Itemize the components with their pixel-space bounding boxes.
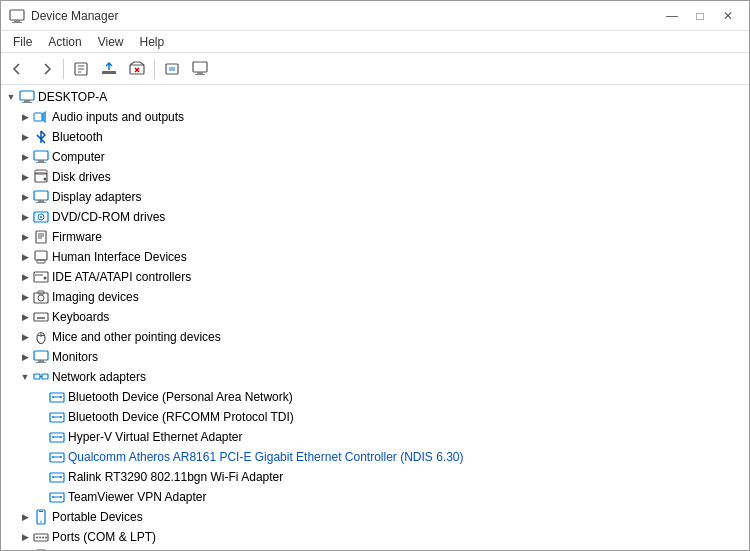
network-expand-icon[interactable]: ▼ xyxy=(17,369,33,385)
svg-point-64 xyxy=(52,416,54,418)
hid-icon xyxy=(33,249,49,265)
title-bar: Device Manager — □ ✕ xyxy=(1,1,749,31)
mice-expand-icon[interactable]: ▶ xyxy=(17,329,33,345)
svg-point-77 xyxy=(60,476,62,478)
disk-expand-icon[interactable]: ▶ xyxy=(17,169,33,185)
minimize-button[interactable]: — xyxy=(659,6,685,26)
app-icon xyxy=(9,8,25,24)
update-icon xyxy=(101,61,117,77)
display-adapter-icon xyxy=(33,189,49,205)
ide-expand-icon[interactable]: ▶ xyxy=(17,269,33,285)
net1-label: Bluetooth Device (Personal Area Network) xyxy=(68,390,293,404)
display-button[interactable] xyxy=(187,56,213,82)
svg-rect-56 xyxy=(42,374,48,379)
forward-button[interactable] xyxy=(33,56,59,82)
bluetooth-label: Bluetooth xyxy=(52,130,103,144)
tree-item-monitors[interactable]: ▶ Monitors xyxy=(1,347,749,367)
firmware-expand-icon[interactable]: ▶ xyxy=(17,229,33,245)
svg-rect-44 xyxy=(34,313,48,321)
mice-label: Mice and other pointing devices xyxy=(52,330,221,344)
tree-item-net6[interactable]: TeamViewer VPN Adapter xyxy=(1,487,749,507)
tree-item-disk[interactable]: ▶ Disk drives xyxy=(1,167,749,187)
svg-rect-18 xyxy=(22,102,32,103)
back-icon xyxy=(11,62,25,76)
device-tree[interactable]: ▼ DESKTOP-A ▶ xyxy=(1,85,749,550)
bluetooth-expand-icon[interactable]: ▶ xyxy=(17,129,33,145)
tree-item-computer[interactable]: ▶ Computer xyxy=(1,147,749,167)
menu-file[interactable]: File xyxy=(5,33,40,51)
tree-item-dvd[interactable]: ▶ DVD/CD-ROM drives xyxy=(1,207,749,227)
svg-rect-12 xyxy=(169,67,175,71)
tree-root[interactable]: ▼ DESKTOP-A xyxy=(1,87,749,107)
tree-item-ports[interactable]: ▶ Ports (COM & LPT) xyxy=(1,527,749,547)
keyboards-expand-icon[interactable]: ▶ xyxy=(17,309,33,325)
update-driver-button[interactable] xyxy=(96,56,122,82)
menu-action[interactable]: Action xyxy=(40,33,89,51)
close-button[interactable]: ✕ xyxy=(715,6,741,26)
svg-rect-19 xyxy=(34,113,42,121)
tree-item-keyboards[interactable]: ▶ Keyboards xyxy=(1,307,749,327)
tree-item-imaging[interactable]: ▶ Imaging devices xyxy=(1,287,749,307)
ide-label: IDE ATA/ATAPI controllers xyxy=(52,270,191,284)
menu-help[interactable]: Help xyxy=(132,33,173,51)
back-button[interactable] xyxy=(5,56,31,82)
tree-item-net3[interactable]: Hyper-V Virtual Ethernet Adapter xyxy=(1,427,749,447)
main-content: ▼ DESKTOP-A ▶ xyxy=(1,85,749,550)
tree-item-ide[interactable]: ▶ IDE ATA/ATAPI controllers xyxy=(1,267,749,287)
svg-rect-13 xyxy=(193,62,207,72)
ports-expand-icon[interactable]: ▶ xyxy=(17,529,33,545)
computer-expand-icon[interactable]: ▶ xyxy=(17,149,33,165)
svg-rect-37 xyxy=(37,260,45,263)
netcard2-icon xyxy=(49,409,65,425)
tree-item-net4[interactable]: Qualcomm Atheros AR8161 PCI-E Gigabit Et… xyxy=(1,447,749,467)
tree-item-net5[interactable]: Ralink RT3290 802.11bgn Wi-Fi Adapter xyxy=(1,467,749,487)
svg-point-42 xyxy=(38,295,44,301)
tree-item-firmware[interactable]: ▶ Firmware xyxy=(1,227,749,247)
svg-point-68 xyxy=(52,436,54,438)
monitors-expand-icon[interactable]: ▶ xyxy=(17,349,33,365)
printq-expand-icon[interactable]: ▶ xyxy=(17,549,33,550)
svg-rect-7 xyxy=(102,71,116,74)
svg-rect-83 xyxy=(39,511,43,512)
hid-expand-icon[interactable]: ▶ xyxy=(17,249,33,265)
tree-item-net1[interactable]: Bluetooth Device (Personal Area Network) xyxy=(1,387,749,407)
tree-item-audio[interactable]: ▶ Audio inputs and outputs xyxy=(1,107,749,127)
svg-rect-53 xyxy=(38,360,44,362)
tree-item-printq[interactable]: ▶ Print queues xyxy=(1,547,749,550)
tree-item-network[interactable]: ▼ Network adapters xyxy=(1,367,749,387)
maximize-button[interactable]: □ xyxy=(687,6,713,26)
portable-expand-icon[interactable]: ▶ xyxy=(17,509,33,525)
properties-button[interactable] xyxy=(68,56,94,82)
bluetooth-icon xyxy=(33,129,49,145)
svg-point-69 xyxy=(60,436,62,438)
svg-rect-27 xyxy=(38,200,44,202)
imaging-icon xyxy=(33,289,49,305)
imaging-expand-icon[interactable]: ▶ xyxy=(17,289,33,305)
network-icon xyxy=(33,369,49,385)
tree-item-display[interactable]: ▶ Display adapters xyxy=(1,187,749,207)
net2-label: Bluetooth Device (RFCOMM Protocol TDI) xyxy=(68,410,294,424)
tree-item-portable[interactable]: ▶ Portable Devices xyxy=(1,507,749,527)
uninstall-icon xyxy=(129,61,145,77)
svg-point-60 xyxy=(52,396,54,398)
tree-item-net2[interactable]: Bluetooth Device (RFCOMM Protocol TDI) xyxy=(1,407,749,427)
tree-item-mice[interactable]: ▶ Mice and other pointing devices xyxy=(1,327,749,347)
disk-icon xyxy=(33,169,49,185)
netcard3-icon xyxy=(49,429,65,445)
scan-button[interactable] xyxy=(159,56,185,82)
monitors-icon xyxy=(33,349,49,365)
imaging-label: Imaging devices xyxy=(52,290,139,304)
hid-label: Human Interface Devices xyxy=(52,250,187,264)
keyboards-label: Keyboards xyxy=(52,310,109,324)
tree-item-hid[interactable]: ▶ Human Interface Devices xyxy=(1,247,749,267)
toolbar-separator-2 xyxy=(154,59,155,79)
display-expand-icon[interactable]: ▶ xyxy=(17,189,33,205)
svg-rect-55 xyxy=(34,374,40,379)
root-expand-icon[interactable]: ▼ xyxy=(3,89,19,105)
audio-expand-icon[interactable]: ▶ xyxy=(17,109,33,125)
svg-rect-17 xyxy=(24,100,30,102)
tree-item-bluetooth[interactable]: ▶ Bluetooth xyxy=(1,127,749,147)
menu-view[interactable]: View xyxy=(90,33,132,51)
dvd-expand-icon[interactable]: ▶ xyxy=(17,209,33,225)
uninstall-button[interactable] xyxy=(124,56,150,82)
